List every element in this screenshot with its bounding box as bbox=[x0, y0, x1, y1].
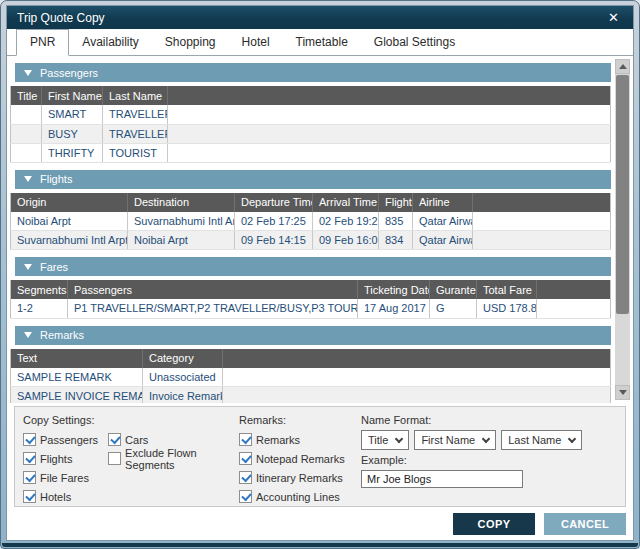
column-header: Flight bbox=[379, 193, 413, 212]
fares-section-header[interactable]: Fares bbox=[15, 257, 611, 276]
table-header-row: Text Category bbox=[11, 349, 611, 368]
section-title: Remarks bbox=[40, 329, 84, 341]
cell: Qatar Airways bbox=[413, 212, 473, 231]
close-icon[interactable]: ✕ bbox=[604, 10, 623, 25]
cell-filler bbox=[223, 368, 611, 387]
tab-global-settings[interactable]: Global Settings bbox=[361, 30, 468, 55]
table-row[interactable]: THRIFTY TOURIST bbox=[11, 143, 611, 162]
checkbox-icon[interactable] bbox=[239, 452, 252, 465]
scroll-up-button[interactable] bbox=[615, 59, 630, 74]
flights-section-header[interactable]: Flights bbox=[15, 170, 611, 189]
chevron-down-icon bbox=[568, 434, 576, 442]
flights-table: Origin Destination Departure Time Arriva… bbox=[10, 193, 611, 251]
collapse-triangle-icon bbox=[24, 332, 32, 338]
tab-pnr[interactable]: PNR bbox=[16, 29, 69, 56]
table-row[interactable]: 1-2 P1 TRAVELLER/SMART,P2 TRAVELLER/BUSY… bbox=[11, 299, 611, 318]
table-row[interactable]: Noibai Arpt Suvarnabhumi Intl Arpt 02 Fe… bbox=[11, 212, 611, 231]
cell: Unassociated bbox=[143, 368, 223, 387]
cell: Suvarnabhumi Intl Arpt bbox=[11, 231, 128, 250]
scroll-down-button[interactable] bbox=[615, 385, 630, 400]
collapse-triangle-icon bbox=[24, 264, 32, 270]
copy-settings-group: Copy Settings: Passengers Flights bbox=[23, 413, 239, 506]
checkbox-passengers[interactable]: Passengers bbox=[23, 430, 98, 449]
remarks-settings-label: Remarks: bbox=[239, 414, 347, 426]
tab-shopping[interactable]: Shopping bbox=[152, 30, 229, 55]
column-header: Title bbox=[11, 86, 42, 105]
column-header: Category bbox=[143, 349, 223, 368]
checkbox-itinerary-remarks[interactable]: Itinerary Remarks bbox=[239, 468, 347, 487]
name-format-select-2[interactable]: First Name bbox=[414, 430, 496, 450]
checkbox-flights[interactable]: Flights bbox=[23, 449, 98, 468]
cell: 834 bbox=[379, 231, 413, 250]
cell-filler bbox=[537, 299, 611, 318]
arrow-up-icon bbox=[619, 64, 627, 69]
checkbox-icon[interactable] bbox=[23, 433, 36, 446]
checkbox-icon[interactable] bbox=[108, 452, 121, 465]
column-header-filler bbox=[223, 349, 611, 368]
scrollbar-thumb[interactable] bbox=[616, 75, 629, 314]
example-label: Example: bbox=[361, 454, 615, 466]
name-format-select-1[interactable]: Title bbox=[361, 430, 409, 450]
chevron-down-icon bbox=[395, 434, 403, 442]
checkbox-icon[interactable] bbox=[23, 490, 36, 503]
collapse-triangle-icon bbox=[24, 176, 32, 182]
cancel-button[interactable]: CANCEL bbox=[544, 513, 626, 535]
table-row[interactable]: SMART TRAVELLER bbox=[11, 105, 611, 124]
table-row[interactable]: BUSY TRAVELLER bbox=[11, 124, 611, 143]
checkbox-label: Flights bbox=[40, 453, 72, 465]
column-header: Gurantee bbox=[430, 280, 477, 299]
window-title: Trip Quote Copy bbox=[17, 11, 105, 25]
checkbox-label: Notepad Remarks bbox=[256, 453, 345, 465]
cell-filler bbox=[473, 212, 611, 231]
checkbox-file-fares[interactable]: File Fares bbox=[23, 468, 98, 487]
table-row[interactable]: SAMPLE REMARK Unassociated bbox=[11, 368, 611, 387]
column-header: Airline bbox=[413, 193, 473, 212]
checkbox-remarks[interactable]: Remarks bbox=[239, 430, 347, 449]
checkbox-label: File Fares bbox=[40, 472, 89, 484]
passengers-table: Title First Name Last Name SMART TRAVELL… bbox=[10, 86, 611, 163]
checkbox-icon[interactable] bbox=[108, 433, 121, 446]
tab-availability[interactable]: Availability bbox=[69, 30, 151, 55]
arrow-down-icon bbox=[619, 390, 627, 395]
checkbox-label: Accounting Lines bbox=[256, 491, 340, 503]
cell: THRIFTY bbox=[42, 143, 103, 162]
tab-bar: PNR Availability Shopping Hotel Timetabl… bbox=[7, 29, 633, 56]
trip-quote-copy-dialog: Trip Quote Copy ✕ PNR Availability Shopp… bbox=[6, 5, 634, 541]
checkbox-icon[interactable] bbox=[239, 433, 252, 446]
column-header: Passengers bbox=[68, 280, 358, 299]
checkbox-exclude-flown-segments[interactable]: Exclude Flown Segments bbox=[108, 449, 239, 468]
remarks-section-header[interactable]: Remarks bbox=[15, 326, 611, 345]
cell bbox=[11, 124, 42, 143]
vertical-scrollbar[interactable] bbox=[615, 59, 630, 400]
cell: 835 bbox=[379, 212, 413, 231]
tab-hotel[interactable]: Hotel bbox=[229, 30, 283, 55]
column-header: Destination bbox=[128, 193, 235, 212]
column-header: Origin bbox=[11, 193, 128, 212]
cell bbox=[11, 105, 42, 124]
title-bar: Trip Quote Copy ✕ bbox=[7, 6, 633, 29]
checkbox-notepad-remarks[interactable]: Notepad Remarks bbox=[239, 449, 347, 468]
pnr-tab-content: Passengers Title First Name Last Name bbox=[7, 56, 633, 403]
select-value: Title bbox=[368, 434, 388, 446]
checkbox-hotels[interactable]: Hotels bbox=[23, 487, 98, 506]
cell-filler bbox=[168, 124, 611, 143]
tab-timetable[interactable]: Timetable bbox=[283, 30, 361, 55]
checkbox-icon[interactable] bbox=[23, 471, 36, 484]
table-row[interactable]: SAMPLE INVOICE REMARK Invoice Remark bbox=[11, 387, 611, 404]
cell: G bbox=[430, 299, 477, 318]
cell bbox=[11, 143, 42, 162]
checkbox-icon[interactable] bbox=[239, 490, 252, 503]
example-input[interactable]: Mr Joe Blogs bbox=[361, 470, 523, 488]
table-row[interactable]: Suvarnabhumi Intl Arpt Noibai Arpt 09 Fe… bbox=[11, 231, 611, 250]
checkbox-accounting-lines[interactable]: Accounting Lines bbox=[239, 487, 347, 506]
passengers-section-header[interactable]: Passengers bbox=[15, 63, 611, 82]
checkbox-icon[interactable] bbox=[23, 452, 36, 465]
checkbox-icon[interactable] bbox=[239, 471, 252, 484]
copy-button[interactable]: COPY bbox=[453, 513, 535, 535]
section-title: Passengers bbox=[40, 67, 98, 79]
cell: Noibai Arpt bbox=[11, 212, 128, 231]
checkbox-label: Exclude Flown Segments bbox=[125, 447, 239, 471]
section-title: Fares bbox=[40, 261, 68, 273]
name-format-select-3[interactable]: Last Name bbox=[501, 430, 582, 450]
checkbox-label: Cars bbox=[125, 434, 148, 446]
